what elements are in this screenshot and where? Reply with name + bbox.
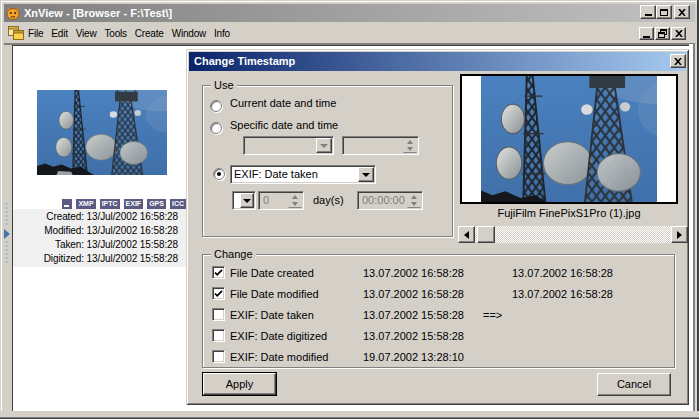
- preview-scrollbar[interactable]: [458, 226, 688, 243]
- menu-bar: File Edit View Tools Create Window Info: [24, 23, 234, 43]
- chevron-down-icon: [362, 173, 370, 177]
- menu-window[interactable]: Window: [168, 28, 210, 39]
- checkbox-exif-date-digitized[interactable]: [212, 329, 225, 342]
- restore-icon: [658, 29, 667, 38]
- check-icon: [214, 290, 223, 298]
- scroll-left-button[interactable]: [458, 226, 475, 243]
- close-icon: [678, 9, 686, 16]
- splitter-grip[interactable]: [5, 203, 8, 227]
- sign-combo[interactable]: [232, 191, 256, 210]
- apply-button[interactable]: Apply: [202, 372, 277, 396]
- menu-file[interactable]: File: [24, 28, 47, 39]
- specific-time-spinner[interactable]: [342, 136, 419, 155]
- preview-caption: FujiFilm FinePixS1Pro (1).jpg: [450, 207, 688, 219]
- maximize-icon: [660, 9, 668, 16]
- specific-date-combo[interactable]: [243, 136, 334, 155]
- minimize-icon: [645, 14, 652, 16]
- radio-dot: [217, 172, 221, 176]
- combo-dropdown-button[interactable]: [240, 193, 254, 208]
- window-close-button[interactable]: [674, 5, 690, 19]
- radio-current-date-label[interactable]: Current date and time: [230, 97, 336, 109]
- cancel-button[interactable]: Cancel: [597, 373, 671, 396]
- spin-down-button[interactable]: [407, 200, 421, 208]
- change-row-exif-date-digitized: EXIF: Date digitized 13.07.2002 15:58:28: [212, 329, 672, 343]
- radio-exif-date[interactable]: [213, 168, 225, 180]
- info-digitized: Digitized: 13/Jul/2002 15:58:28: [13, 252, 186, 266]
- chevron-down-icon: [320, 144, 328, 148]
- window-title-bar[interactable]: XnView - [Browser - F:\Test\]: [4, 4, 695, 22]
- change-row-exif-date-taken: EXIF: Date taken 13.07.2002 15:58:28 ==>: [212, 308, 672, 322]
- menu-edit[interactable]: Edit: [47, 28, 71, 39]
- chevron-down-icon: [292, 202, 298, 206]
- dialog-close-button[interactable]: [670, 54, 686, 68]
- close-icon: [675, 30, 683, 37]
- window-minimize-button[interactable]: [640, 5, 656, 19]
- metadata-badges: XMPIPTCEXIFGPSICC: [14, 197, 186, 209]
- change-row-exif-date-modified: EXIF: Date modified 19.07.2002 13:28:10: [212, 350, 672, 364]
- time-offset-spinner[interactable]: 00:00:00: [357, 191, 423, 210]
- info-created: Created: 13/Jul/2002 16:58:28: [13, 210, 186, 224]
- scrollbar-thumb[interactable]: [477, 226, 495, 243]
- spin-down-button[interactable]: [288, 200, 302, 208]
- menu-tools[interactable]: Tools: [100, 28, 130, 39]
- minimize-icon: [643, 36, 650, 38]
- thumbnail-image[interactable]: [37, 90, 167, 175]
- days-value: 0: [263, 194, 269, 206]
- close-icon: [674, 58, 682, 65]
- combo-dropdown-button[interactable]: [358, 167, 374, 182]
- checkbox-exif-date-modified[interactable]: [212, 350, 225, 363]
- badge-gps: GPS: [147, 199, 166, 209]
- change-group-label: Change: [211, 248, 256, 260]
- preview-image: [481, 76, 657, 202]
- change-row-file-date-created: File Date created 13.07.2002 16:58:28 13…: [212, 266, 672, 280]
- menu-info[interactable]: Info: [210, 28, 234, 39]
- file-info-panel: Created: 13/Jul/2002 16:58:28 Modified: …: [13, 209, 186, 267]
- chevron-up-icon: [407, 140, 413, 144]
- child-close-button[interactable]: [671, 27, 686, 40]
- use-group-label: Use: [211, 79, 237, 91]
- checkbox-file-date-created[interactable]: [212, 266, 225, 279]
- chevron-down-icon: [407, 147, 413, 151]
- chevron-down-icon: [411, 202, 417, 206]
- checkbox-exif-date-taken[interactable]: [212, 308, 225, 321]
- xnview-window: { "window": { "title": "XnView - [Browse…: [0, 0, 699, 419]
- dialog-title-bar[interactable]: Change Timestamp: [189, 52, 686, 71]
- badge-icc: ICC: [170, 199, 186, 209]
- splitter-arrow-icon[interactable]: [4, 229, 10, 239]
- child-minimize-button[interactable]: [639, 27, 654, 40]
- exif-combo-value: EXIF: Date taken: [234, 168, 318, 180]
- badge-iptc: IPTC: [100, 199, 120, 209]
- time-offset-value: 00:00:00: [362, 194, 405, 206]
- radio-specific-date-label[interactable]: Specific date and time: [230, 119, 338, 131]
- badge-exif: EXIF: [124, 199, 144, 209]
- splitter-grip[interactable]: [5, 241, 8, 265]
- spin-down-button[interactable]: [403, 145, 417, 153]
- days-spinner[interactable]: 0: [258, 191, 304, 210]
- days-label: day(s): [313, 194, 344, 206]
- scroll-right-button[interactable]: [671, 226, 688, 243]
- xnview-logo-icon: [6, 6, 20, 20]
- child-restore-button[interactable]: [655, 27, 670, 40]
- window-maximize-button[interactable]: [656, 5, 672, 19]
- window-title: XnView - [Browser - F:\Test\]: [24, 7, 172, 19]
- check-icon: [214, 269, 223, 277]
- info-taken: Taken: 13/Jul/2002 15:58:28: [13, 238, 186, 252]
- radio-specific-date[interactable]: [210, 122, 222, 134]
- chevron-up-icon: [411, 195, 417, 199]
- info-modified: Modified: 13/Jul/2002 16:58:28: [13, 224, 186, 238]
- comment-badge-icon: [62, 199, 72, 209]
- arrow-right-icon: [677, 231, 682, 239]
- exif-source-combo[interactable]: EXIF: Date taken: [230, 165, 376, 184]
- change-row-file-date-modified: File Date modified 13.07.2002 16:58:28 1…: [212, 287, 672, 301]
- arrow-left-icon: [464, 231, 469, 239]
- dialog-title: Change Timestamp: [194, 55, 295, 67]
- menu-create[interactable]: Create: [131, 28, 168, 39]
- checkbox-file-date-modified[interactable]: [212, 287, 225, 300]
- menu-view[interactable]: View: [72, 28, 101, 39]
- radio-current-date[interactable]: [210, 100, 222, 112]
- combo-dropdown-button[interactable]: [316, 138, 332, 153]
- browser-icon: [8, 26, 24, 40]
- preview-frame: [460, 74, 678, 204]
- badge-xmp: XMP: [76, 199, 95, 209]
- chevron-up-icon: [292, 195, 298, 199]
